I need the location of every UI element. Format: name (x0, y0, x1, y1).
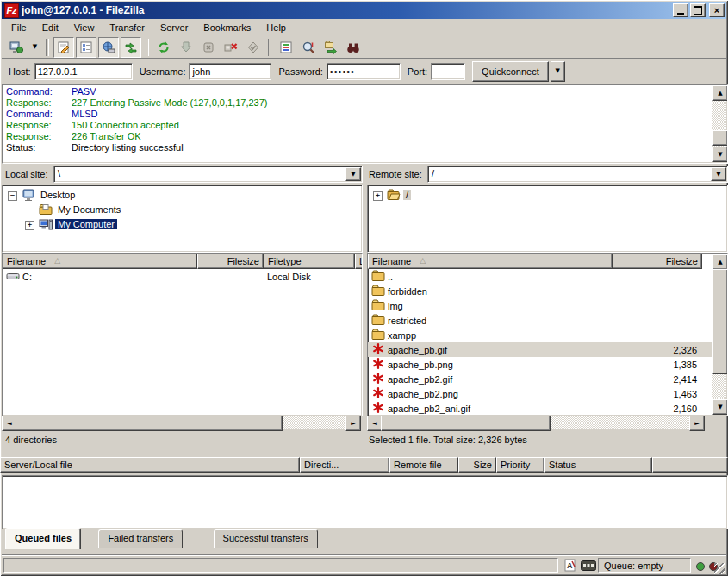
password-input[interactable] (327, 63, 401, 80)
folder-icon (371, 269, 385, 283)
resize-grip[interactable] (714, 563, 725, 574)
tree-item-desktop[interactable]: −Desktop (3, 188, 362, 203)
menu-item-bookmarks[interactable]: Bookmarks (196, 20, 258, 35)
tree-item--[interactable]: +/ (368, 188, 727, 203)
file-row-apache-pb-gif[interactable]: apache_pb.gif2,326 (368, 342, 712, 357)
reconnect-button[interactable] (243, 37, 264, 58)
maximize-icon (694, 6, 702, 15)
queue-column-size[interactable]: Size (458, 457, 496, 473)
queue-column-priority[interactable]: Priority (496, 457, 544, 473)
synchronized-browsing-button[interactable] (320, 37, 341, 58)
toggle-local-tree-button[interactable] (76, 37, 96, 58)
expand-icon[interactable]: + (373, 191, 383, 201)
local-hscrollbar-thumb[interactable] (16, 416, 283, 431)
toggle-message-log-button[interactable] (53, 37, 74, 58)
remote-list-scrollbar[interactable]: ▲ ▼ (712, 254, 726, 415)
column-header-filename[interactable]: Filename△ (3, 254, 197, 269)
menu-item-server[interactable]: Server (152, 20, 196, 35)
title-bar[interactable]: Fz john@127.0.0.1 - FileZilla × (2, 2, 726, 19)
remote-hscrollbar-thumb[interactable] (381, 416, 551, 431)
remote-site-combo[interactable]: / ▼ (427, 166, 728, 183)
column-header-filename[interactable]: Filename△ (368, 254, 613, 269)
tab-successful-transfers[interactable]: Successful transfers (214, 529, 318, 548)
scroll-right-icon[interactable]: ► (689, 416, 705, 431)
queue-column-remote-file[interactable]: Remote file (389, 457, 458, 473)
minimize-button[interactable] (673, 3, 688, 17)
column-header-l[interactable]: L (355, 254, 363, 269)
chevron-down-icon[interactable]: ▼ (711, 167, 726, 181)
file-row-xampp[interactable]: xampp (368, 328, 712, 342)
file-row-apache-pb-png[interactable]: apache_pb.png1,385 (368, 357, 712, 372)
filename-cell: restricted (368, 313, 613, 328)
filename-cell: xampp (368, 328, 613, 342)
close-button[interactable]: × (709, 3, 725, 17)
quickconnect-button[interactable]: Quickconnect (472, 61, 549, 82)
filename-filters-button[interactable] (276, 37, 296, 58)
close-icon: × (714, 6, 719, 16)
menu-item-transfer[interactable]: Transfer (102, 20, 152, 35)
local-list-hscrollbar[interactable]: ◄ ► (2, 416, 361, 429)
column-header-filesize[interactable]: Filesize (197, 254, 264, 269)
column-header-filesize[interactable]: Filesize (613, 254, 702, 269)
scroll-up-icon[interactable]: ▲ (712, 85, 728, 101)
computer-icon (39, 217, 53, 231)
quickconnect-dropdown-button[interactable]: ▼ (551, 61, 565, 82)
chevron-down-icon[interactable]: ▼ (345, 167, 361, 181)
menu-item-help[interactable]: Help (258, 20, 294, 35)
file-row-apache-pb2-ani-gif[interactable]: apache_pb2_ani.gif2,160 (368, 401, 712, 416)
local-file-list: Filename△FilesizeFiletypeLC:Local Disk (2, 253, 363, 416)
log-lines: Command:PASVResponse:227 Entering Passiv… (6, 86, 710, 153)
host-input[interactable] (34, 63, 133, 80)
find-files-button[interactable] (343, 37, 364, 58)
scroll-down-icon[interactable]: ▼ (712, 147, 728, 162)
port-input[interactable] (431, 63, 465, 80)
file-row--[interactable]: .. (368, 269, 712, 284)
queue-body[interactable] (2, 475, 728, 529)
scroll-down-icon[interactable]: ▼ (712, 399, 728, 415)
remote-list-hscrollbar[interactable]: ◄ ► (367, 416, 705, 429)
tree-item-my-documents[interactable]: My Documents (3, 203, 362, 217)
scroll-up-icon[interactable]: ▲ (712, 254, 728, 270)
log-line: Command:MLSD (6, 109, 710, 120)
tab-queued-files[interactable]: Queued files (5, 528, 81, 549)
maximize-button[interactable] (690, 3, 706, 17)
directory-comparison-button[interactable] (298, 37, 319, 58)
file-row-C-[interactable]: C:Local Disk (3, 269, 362, 284)
refresh-button[interactable] (153, 37, 174, 58)
expand-icon[interactable]: + (25, 221, 34, 230)
scroll-right-icon[interactable]: ► (345, 416, 361, 431)
disconnect-button[interactable] (221, 37, 241, 58)
listing-filter-icon[interactable]: A (563, 559, 577, 574)
menu-item-file[interactable]: File (3, 20, 34, 35)
toggle-remote-tree-button[interactable] (98, 37, 119, 58)
cancel-button[interactable] (198, 37, 219, 58)
remote-site-bar: Remote site: / ▼ (365, 166, 726, 185)
log-scrollbar[interactable]: ▲ ▼ (712, 85, 726, 162)
file-row-apache-pb2-gif[interactable]: apache_pb2.gif2,414 (368, 372, 712, 386)
username-input[interactable] (189, 63, 271, 80)
toggle-local-tree-icon (79, 41, 93, 54)
process-queue-button[interactable] (176, 37, 196, 58)
file-row-img[interactable]: img (368, 298, 712, 313)
log-scrollbar-thumb[interactable] (712, 130, 728, 146)
tree-item-my-computer[interactable]: +My Computer (3, 217, 362, 232)
queue-column-status[interactable]: Status (544, 457, 652, 473)
queue-status-text: Queue: empty (604, 560, 663, 571)
remote-list-scrollbar-thumb[interactable] (712, 269, 728, 374)
file-row-forbidden[interactable]: forbidden (368, 284, 712, 298)
menu-item-edit[interactable]: Edit (34, 20, 66, 35)
file-row-apache-pb2-png[interactable]: apache_pb2.png1,463 (368, 386, 712, 401)
queue-column-server-local-file[interactable]: Server/Local file (0, 457, 300, 473)
tab-failed-transfers[interactable]: Failed transfers (98, 529, 183, 548)
speed-limits-icon[interactable] (581, 560, 596, 573)
site-manager-button[interactable] (6, 37, 27, 58)
collapse-icon[interactable]: − (8, 191, 17, 201)
find-files-icon (346, 41, 360, 54)
column-header-filetype[interactable]: Filetype (264, 254, 355, 269)
local-site-combo[interactable]: \ ▼ (53, 166, 363, 183)
file-row-restricted[interactable]: restricted (368, 313, 712, 328)
queue-column-directi-[interactable]: Directi... (300, 457, 389, 473)
site-manager-dropdown-button[interactable]: ▼ (28, 37, 41, 58)
toggle-transfer-queue-button[interactable] (121, 37, 141, 58)
menu-item-view[interactable]: View (66, 20, 103, 35)
